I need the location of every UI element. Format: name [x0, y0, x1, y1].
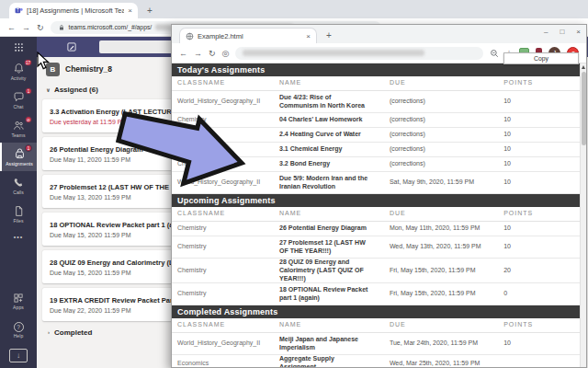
download-desktop-icon: ↓ [9, 349, 28, 362]
table-row: World_History_Geography_II Due 4/23: Ris… [172, 91, 580, 113]
file-icon [13, 205, 25, 217]
minimize-button[interactable]: – [544, 28, 548, 36]
bg-new-tab-button[interactable]: + [147, 6, 153, 16]
teams-badge: ⊘ [25, 116, 32, 123]
fg-tab[interactable]: Example2.html × [179, 28, 317, 43]
rail-item-chat[interactable]: Chat 1 [0, 86, 37, 114]
bg-reload-button[interactable]: ↻ [37, 23, 44, 32]
scrollbar-up-arrow[interactable] [582, 65, 585, 69]
mouse-cursor [37, 52, 51, 70]
col-due: DUE [384, 321, 498, 329]
cell-due: Tue, Mar 24th, 2020, 11:59 PM [384, 339, 498, 348]
col-classname: CLASSNAME [172, 321, 274, 329]
rail-item-files[interactable]: Files [0, 200, 37, 228]
annotation-arrow [116, 114, 249, 190]
fg-tab-close-icon[interactable]: × [306, 32, 311, 40]
cell-points: 10 [498, 98, 580, 106]
col-classname: CLASSNAME [172, 210, 274, 218]
rail-label-teams: Teams [11, 132, 25, 138]
cell-name: Due 5/9: Modern Iran and the Iranian Rev… [274, 175, 384, 191]
chevron-down-icon: ∨ [46, 86, 51, 93]
rail-more-button[interactable]: ••• [0, 228, 37, 245]
maximize-button[interactable]: □ [560, 28, 564, 36]
completed-label: Completed [54, 328, 92, 337]
cell-name: 26 Potential Energy Diagram [274, 224, 384, 233]
fg-reload-button[interactable]: ↻ [209, 49, 216, 58]
table-row: Chemistry 26 Potential Energy Diagram Mo… [172, 222, 580, 236]
fg-url-blur [243, 50, 424, 56]
rail-label-assignments: Assignments [6, 161, 33, 167]
rail-label-calls: Calls [13, 190, 24, 195]
rail-item-assignments[interactable]: Assignments 1 [0, 143, 37, 171]
chat-icon [13, 91, 25, 103]
rail-item-teams[interactable]: Teams ⊘ [0, 114, 37, 143]
assignments-badge: 1 [25, 144, 32, 152]
scrollbar-thumb[interactable] [582, 72, 586, 145]
table-header: CLASSNAME NAME DUE POINTS [172, 318, 580, 333]
col-due: DUE [384, 79, 498, 87]
fg-new-tab-button[interactable]: + [326, 30, 332, 40]
compose-button[interactable] [66, 41, 77, 52]
table-row: Chemistry 28 QUIZ 09 Energy and Calorime… [172, 259, 580, 283]
cell-due: Sat, May 9th, 2020, 11:59 PM [384, 178, 498, 187]
cell-due: (corrections) [384, 98, 498, 106]
bg-back-button[interactable]: ← [7, 23, 16, 32]
globe-favicon [186, 32, 194, 40]
assignment-title: 18 OPTIONAL Review Packet part 1 (agai [50, 221, 183, 229]
cell-due: (corrections) [384, 116, 498, 124]
cell-name: 18 OPTIONAL Review Packet part 1 (again) [274, 286, 384, 303]
cell-points: 10 [498, 145, 580, 154]
fg-tab-strip: Example2.html × + – □ × [172, 25, 586, 43]
table-row: Chemistry 18 OPTIONAL Review Packet part… [172, 283, 580, 305]
page-scrollbar[interactable] [580, 63, 586, 367]
cell-points: 20 [498, 267, 580, 275]
teams-people-icon [13, 120, 25, 132]
rail-spacer [0, 245, 37, 287]
table-header: CLASSNAME NAME DUE POINTS [172, 76, 580, 91]
cell-name: Due 4/23: Rise of Communism in North Kor… [274, 94, 384, 110]
bg-tab-close-icon[interactable]: × [128, 6, 132, 15]
teams-browser-tab[interactable]: T [18] Assignments | Microsoft Tea × [9, 3, 138, 18]
teams-left-rail: Activity 17 Chat 1 Teams ⊘ [0, 57, 37, 368]
cell-name: Aggregate Supply Assignment [274, 355, 384, 367]
rail-item-calls[interactable]: Calls [0, 171, 37, 200]
copy-menu-item[interactable]: Copy [503, 52, 579, 64]
col-classname: CLASSNAME [172, 79, 274, 87]
apps-grid-icon [13, 293, 24, 304]
close-button[interactable]: × [576, 28, 581, 36]
page-info-icon[interactable]: ◎ [222, 49, 230, 58]
example-browser-window: Example2.html × + – □ × ← → ↻ ◎ ☆ J [171, 24, 587, 368]
cell-points: 0 [498, 290, 580, 298]
fg-address-bar[interactable] [235, 47, 483, 60]
rail-item-download-app[interactable]: ↓ [0, 344, 37, 368]
rail-item-help[interactable]: ? Help [0, 316, 37, 344]
rail-item-activity[interactable]: Activity 17 [0, 57, 37, 86]
col-points: POINTS [498, 210, 580, 218]
bg-tab-strip: T [18] Assignments | Microsoft Tea × + [0, 0, 588, 18]
cell-due: Mon, May 11th, 2020, 11:59 PM [384, 224, 498, 233]
screen: T [18] Assignments | Microsoft Tea × + ←… [0, 0, 588, 368]
rail-label-help: Help [14, 333, 24, 339]
bg-forward-button[interactable]: → [22, 23, 30, 32]
zoom-icon[interactable] [490, 49, 499, 58]
col-name: NAME [274, 210, 384, 218]
cell-classname: Chemistry [172, 243, 274, 251]
teams-favicon: T [15, 6, 23, 15]
col-name: NAME [274, 321, 384, 329]
fg-back-button[interactable]: ← [179, 49, 187, 58]
fg-forward-button[interactable]: → [194, 49, 202, 58]
cell-name: 2.4 Heating Curve of Water [274, 131, 384, 139]
cell-points: 10 [498, 243, 580, 251]
compose-icon [66, 41, 77, 52]
cell-classname: World_History_Geography_II [172, 339, 274, 348]
waffle-icon [14, 42, 24, 52]
assignment-title: 28 QUIZ 09 Energy and Calorimetry (LAS [50, 259, 183, 267]
cell-name: 04 Charles' Law Homework [274, 116, 384, 124]
rail-item-apps[interactable]: Apps [0, 287, 37, 316]
section-header-today: Today's Assignments [172, 63, 580, 76]
svg-text:T: T [17, 8, 19, 13]
table-row: Chemistry 27 Problemset 12 (LAST HW OF T… [172, 236, 580, 259]
bell-icon [13, 63, 25, 75]
waffle-menu-button[interactable] [0, 37, 37, 57]
section-header-upcoming: Upcoming Assignments [172, 194, 580, 207]
